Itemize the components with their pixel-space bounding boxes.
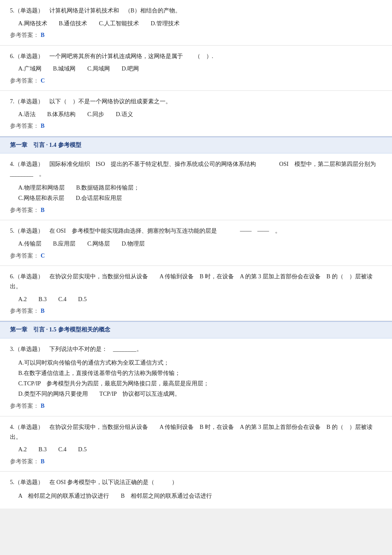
option-B: B.通信技术 (59, 19, 88, 28)
question-answer-5-1: 参考答案：B (10, 31, 382, 40)
option-AB: A 相邻层之间的联系通过协议进行 B 相邻层之间的联系通过会话进行 (18, 491, 382, 501)
option-B: B.应用层 (53, 239, 76, 248)
question-block-5-2: 5.（单选题） 在 OSI 参考模型中能实现路由选择、拥塞控制与互连功能的层是 … (0, 220, 392, 266)
option-B: B.3 (39, 445, 47, 454)
option-D: D.语义 (116, 110, 133, 119)
question-answer-4-2: 参考答案：B (10, 206, 382, 215)
option-D: D.5 (78, 445, 87, 454)
question-block-3-3: 3.（单选题） 下列说法中不对的是： ________。 A.可以同时双向传输信… (0, 338, 392, 416)
question-title-6-1: 6.（单选题） 一个网吧将其所有的计算机连成网络，这网络是属于 （ ）. (10, 51, 382, 61)
option-A: A.2 (18, 445, 27, 454)
option-D: D.吧网 (122, 64, 139, 73)
question-block-4-2: 4.（单选题） 国际标准化组织 ISO 提出的不基于特定机型、操作系统或公司的网… (0, 153, 392, 220)
question-options-3-3: A.可以同时双向传输信号的通信方式称为全双工通信方式； B.在数字通信信道上，直… (18, 358, 382, 399)
chapter-header-1-4: 第一章 引言 · 1.4 参考模型 (0, 136, 392, 153)
question-title-6-2: 6.（单选题） 在协议分层实现中，当数据分组从设备 A 传输到设备 B 时，在设… (10, 272, 382, 292)
question-answer-6-2: 参考答案：B (10, 307, 382, 316)
question-block-4-3: 4.（单选题） 在协议分层实现中，当数据分组从设备 A 传输到设备 B 时，在设… (0, 416, 392, 472)
question-title-5-1: 5.（单选题） 计算机网络是计算机技术和 （B）相结合的产物。 (10, 6, 382, 16)
question-answer-3-3: 参考答案：B (10, 402, 382, 411)
question-title-7-1: 7.（单选题） 以下（ ）不是一个网络协议的组成要素之一。 (10, 97, 382, 107)
question-answer-5-2: 参考答案：C (10, 251, 382, 260)
question-options-4-3: A.2 B.3 C.4 D.5 (18, 445, 382, 454)
page-container: 5.（单选题） 计算机网络是计算机技术和 （B）相结合的产物。 A.网络技术 B… (0, 0, 392, 509)
option-D: D.类型不同的网络只要使用 TCP/IP 协议都可以互连成网。 (18, 389, 382, 399)
question-options-5-3: A 相邻层之间的联系通过协议进行 B 相邻层之间的联系通过会话进行 (18, 491, 382, 501)
option-C: C.局域网 (87, 64, 110, 73)
question-block-5-1: 5.（单选题） 计算机网络是计算机技术和 （B）相结合的产物。 A.网络技术 B… (0, 0, 392, 46)
option-B: B.在数字通信信道上，直接传送基带信号的方法称为频带传输； (18, 368, 382, 378)
option-CD: C.网络层和表示层 D.会话层和应用层 (18, 193, 382, 203)
question-block-5-3: 5.（单选题） 在 OSI 参考模型中，以下说法正确的是（ ） A 相邻层之间的… (0, 472, 392, 509)
option-A: A.可以同时双向传输信号的通信方式称为全双工通信方式； (18, 358, 382, 368)
option-C: C.4 (58, 445, 66, 454)
option-AB: A.物理层和网络层 B.数据链路层和传输层； (18, 183, 382, 193)
question-answer-7-1: 参考答案：B (10, 122, 382, 131)
question-options-6-2: A.2 B.3 C.4 D.5 (18, 295, 382, 304)
option-B: B.城域网 (53, 64, 76, 73)
option-A: A.语法 (18, 110, 36, 119)
option-C: C.4 (58, 295, 66, 304)
chapter-header-1-5: 第一章 引言 · 1.5 参考模型相关的概念 (0, 321, 392, 338)
question-title-3-3: 3.（单选题） 下列说法中不对的是： ________。 (10, 344, 382, 354)
option-A: A.2 (18, 295, 27, 304)
option-D: D.物理层 (122, 239, 145, 248)
question-block-7-1: 7.（单选题） 以下（ ）不是一个网络协议的组成要素之一。 A.语法 B.体系结… (0, 91, 392, 136)
question-title-5-2: 5.（单选题） 在 OSI 参考模型中能实现路由选择、拥塞控制与互连功能的层是 … (10, 226, 382, 236)
question-title-4-3: 4.（单选题） 在协议分层实现中，当数据分组从设备 A 传输到设备 B 时，在设… (10, 422, 382, 442)
question-options-6-1: A.广域网 B.城域网 C.局域网 D.吧网 (18, 64, 382, 73)
question-options-7-1: A.语法 B.体系结构 C.同步 D.语义 (18, 110, 382, 119)
question-options-5-2: A.传输层 B.应用层 C.网络层 D.物理层 (18, 239, 382, 248)
option-D: D.5 (78, 295, 87, 304)
option-C: C.人工智能技术 (99, 19, 139, 28)
question-answer-6-1: 参考答案：C (10, 76, 382, 85)
option-D: D.管理技术 (151, 19, 180, 28)
question-options-5-1: A.网络技术 B.通信技术 C.人工智能技术 D.管理技术 (18, 19, 382, 28)
option-C: C.同步 (87, 110, 104, 119)
option-B: B.3 (39, 295, 47, 304)
option-B: B.体系结构 (47, 110, 76, 119)
option-A: A.网络技术 (18, 19, 47, 28)
option-A: A.广域网 (18, 64, 41, 73)
question-answer-4-3: 参考答案：B (10, 457, 382, 466)
question-options-4-2: A.物理层和网络层 B.数据链路层和传输层； C.网络层和表示层 D.会话层和应… (18, 183, 382, 203)
question-block-6-2: 6.（单选题） 在协议分层实现中，当数据分组从设备 A 传输到设备 B 时，在设… (0, 266, 392, 321)
option-A: A.传输层 (18, 239, 41, 248)
question-title-5-3: 5.（单选题） 在 OSI 参考模型中，以下说法正确的是（ ） (10, 477, 382, 487)
option-C: C.网络层 (87, 239, 110, 248)
question-title-4-2: 4.（单选题） 国际标准化组织 ISO 提出的不基于特定机型、操作系统或公司的网… (10, 159, 382, 179)
option-C: C.TCP/IP 参考模型共分为四层，最底层为网络接口层，最高层是应用层； (18, 378, 382, 389)
question-block-6-1: 6.（单选题） 一个网吧将其所有的计算机连成网络，这网络是属于 （ ）. A.广… (0, 46, 392, 91)
